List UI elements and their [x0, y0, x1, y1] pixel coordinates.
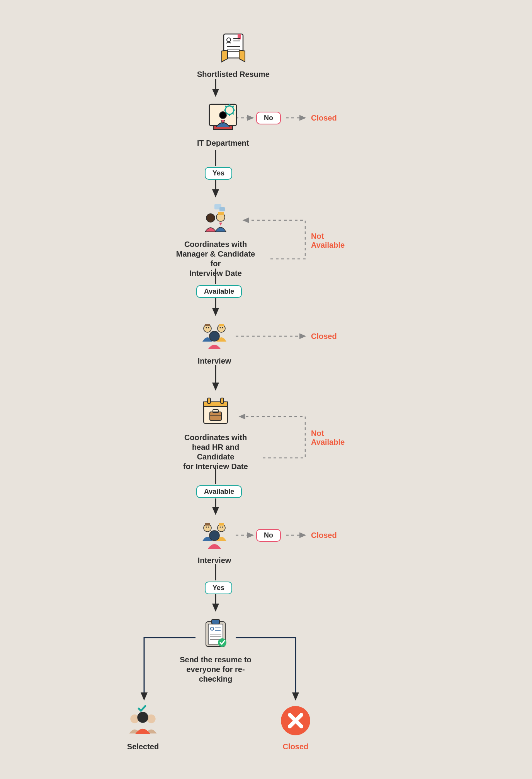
node-label: IT Department [197, 138, 249, 148]
svg-point-55 [208, 527, 209, 528]
svg-point-70 [137, 712, 148, 723]
svg-rect-34 [205, 324, 210, 326]
clipboard-check-icon [198, 616, 233, 651]
node-send-resume: Send the resume to everyone for re-check… [171, 616, 260, 684]
svg-point-53 [209, 531, 219, 541]
node-label: Selected [127, 742, 159, 752]
svg-point-54 [206, 527, 207, 528]
closed-label-it: Closed [311, 114, 337, 122]
node-interview-2: Interview [197, 517, 232, 565]
node-coord-manager: Coordinates with Manager & Candidate for… [170, 201, 261, 278]
node-interview-1: Interview [197, 318, 232, 366]
node-shortlisted-resume: Shortlisted Resume [197, 31, 270, 79]
pill-yes-it: Yes [205, 167, 232, 180]
not-available-2: NotAvailable [311, 429, 345, 447]
interview-icon [197, 318, 232, 352]
svg-rect-36 [219, 324, 224, 326]
svg-point-67 [218, 638, 226, 647]
svg-rect-50 [205, 523, 210, 526]
node-label: Interview [198, 556, 231, 565]
svg-rect-52 [219, 523, 224, 526]
svg-rect-44 [207, 398, 211, 403]
it-department-icon [206, 100, 240, 134]
node-label: Coordinates with head HR and Candidate f… [176, 433, 255, 471]
pill-available-1: Available [196, 285, 242, 298]
svg-point-40 [220, 327, 221, 328]
svg-rect-45 [221, 398, 224, 403]
pill-available-2: Available [196, 485, 242, 498]
not-available-1: NotAvailable [311, 232, 345, 250]
svg-point-38 [206, 327, 207, 328]
node-label: Shortlisted Resume [197, 70, 270, 79]
svg-point-30 [206, 214, 215, 222]
node-label: Coordinates with Manager & Candidate for… [170, 240, 261, 278]
svg-rect-32 [218, 212, 224, 215]
pill-yes-2: Yes [205, 582, 232, 594]
node-label: Send the resume to everyone for re-check… [171, 655, 260, 684]
svg-rect-29 [219, 207, 225, 211]
meeting-icon [198, 201, 233, 236]
calendar-briefcase-icon [198, 394, 233, 429]
closed-label-interview1: Closed [311, 332, 337, 341]
svg-point-57 [222, 527, 223, 528]
closed-label-interview2: Closed [311, 531, 337, 540]
resume-icon [216, 31, 251, 66]
selected-group-icon [126, 703, 160, 738]
svg-point-41 [222, 327, 223, 328]
pill-no-interview2: No [256, 529, 281, 542]
node-label: Interview [198, 356, 231, 366]
svg-rect-60 [212, 619, 219, 624]
node-coord-hr: Coordinates with head HR and Candidate f… [176, 394, 255, 471]
svg-point-56 [220, 527, 221, 528]
svg-rect-46 [210, 412, 221, 420]
svg-point-69 [147, 714, 156, 723]
svg-point-27 [219, 112, 226, 119]
node-it-department: IT Department [197, 100, 249, 148]
node-closed-final: Closed [278, 703, 313, 752]
node-label: Closed [283, 742, 309, 752]
interview-icon [197, 517, 232, 552]
closed-x-icon [278, 703, 313, 738]
node-selected: Selected [126, 703, 160, 752]
svg-point-37 [209, 331, 219, 341]
svg-point-39 [208, 327, 209, 328]
pill-no-it: No [256, 112, 281, 124]
